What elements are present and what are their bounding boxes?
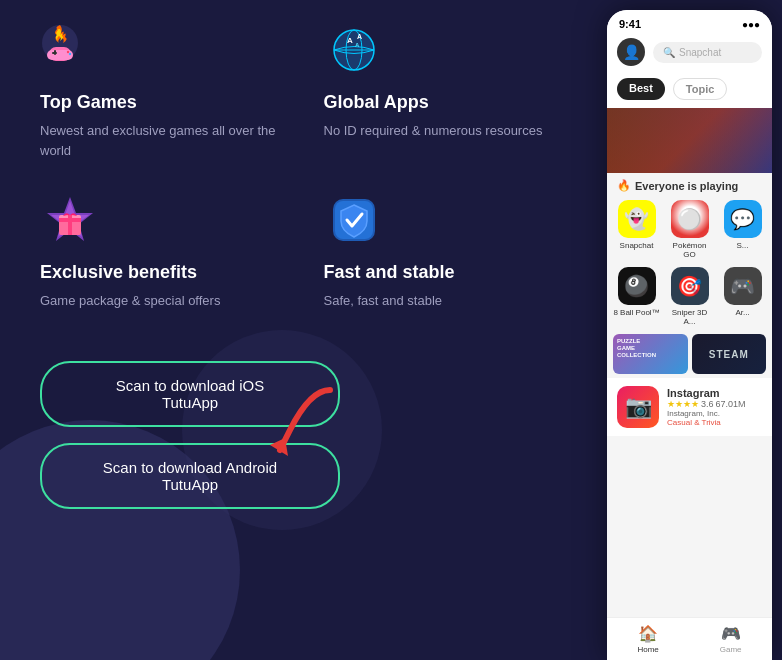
- svg-rect-18: [59, 218, 81, 222]
- rating-count: 67.01M: [716, 399, 746, 409]
- phone-section-title: 🔥 Everyone is playing: [607, 173, 772, 196]
- list-item[interactable]: 🎱 8 Ball Pool™: [613, 267, 660, 326]
- home-icon: 🏠: [638, 624, 658, 643]
- top-games-icon: [40, 20, 100, 80]
- app-name-3: S...: [736, 241, 748, 250]
- fast-stable-title: Fast and stable: [324, 262, 568, 283]
- steam-banner: STEAM: [692, 334, 767, 374]
- nav-game-label: Game: [720, 645, 742, 654]
- puzzle-banner: PUZZLEGAMECOLLECTION: [613, 334, 688, 374]
- ar-icon: 🎮: [724, 267, 762, 305]
- feature-fast-stable: Fast and stable Safe, fast and stable: [324, 190, 568, 311]
- global-apps-icon: A A A: [324, 20, 384, 80]
- list-item[interactable]: 💬 S...: [719, 200, 766, 259]
- list-item[interactable]: ⚪ Pokémon GO: [666, 200, 713, 259]
- phone-featured-app[interactable]: 📷 Instagram ★★★★ 3.6 67.01M Instagram, I…: [607, 378, 772, 436]
- app-name-pokemon: Pokémon GO: [666, 241, 713, 259]
- app-name-snapchat: Snapchat: [620, 241, 654, 250]
- download-arrow: [250, 380, 350, 464]
- phone-search-bar: 👤 🔍 Snapchat: [607, 34, 772, 74]
- nav-game[interactable]: 🎮 Game: [720, 624, 742, 654]
- search-icon: 🔍: [663, 47, 675, 58]
- phone-app-grid-row2: 🎱 8 Ball Pool™ 🎯 Sniper 3D A... 🎮 Ar...: [607, 263, 772, 330]
- instagram-icon: 📷: [617, 386, 659, 428]
- fast-stable-icon: [324, 190, 384, 250]
- instagram-name: Instagram: [667, 387, 762, 399]
- global-apps-title: Global Apps: [324, 92, 568, 113]
- tab-topic[interactable]: Topic: [673, 78, 728, 100]
- svg-text:A: A: [357, 33, 362, 40]
- nav-home[interactable]: 🏠 Home: [637, 624, 658, 654]
- app-info-instagram: Instagram ★★★★ 3.6 67.01M Instagram, Inc…: [667, 387, 762, 427]
- nav-home-label: Home: [637, 645, 658, 654]
- list-item[interactable]: 🎮 Ar...: [719, 267, 766, 326]
- top-games-desc: Newest and exclusive games all over the …: [40, 121, 284, 160]
- tab-best[interactable]: Best: [617, 78, 665, 100]
- phone-signal: ●●●: [742, 19, 760, 30]
- svg-marker-21: [270, 438, 288, 456]
- instagram-rating: ★★★★ 3.6 67.01M: [667, 399, 762, 409]
- game-icon: 🎮: [721, 624, 741, 643]
- phone-avatar: 👤: [617, 38, 645, 66]
- phone-tabs: Best Topic: [607, 74, 772, 108]
- rating-value: 3.6: [701, 399, 714, 409]
- snapchat-icon: 👻: [618, 200, 656, 238]
- feature-exclusive-benefits: Exclusive benefits Game package & specia…: [40, 190, 284, 311]
- section-label: Everyone is playing: [635, 180, 738, 192]
- svg-rect-2: [47, 50, 73, 60]
- phone-bottom-nav: 🏠 Home 🎮 Game: [607, 617, 772, 660]
- svg-text:A: A: [355, 42, 360, 48]
- fire-icon: 🔥: [617, 179, 631, 192]
- phone-mockup: 9:41 ●●● 👤 🔍 Snapchat Best Topic 🔥 Every…: [607, 10, 772, 660]
- svg-text:A: A: [347, 36, 353, 45]
- top-games-title: Top Games: [40, 92, 284, 113]
- svg-rect-4: [54, 50, 56, 55]
- features-grid: Top Games Newest and exclusive games all…: [40, 20, 567, 311]
- pokemon-icon: ⚪: [671, 200, 709, 238]
- instagram-developer: Instagram, Inc.: [667, 409, 762, 418]
- phone-time: 9:41: [619, 18, 641, 30]
- feature-global-apps: A A A Global Apps No ID required & numer…: [324, 20, 568, 160]
- 8ball-icon: 🎱: [618, 267, 656, 305]
- svg-point-5: [67, 51, 69, 53]
- phone-large-banners: PUZZLEGAMECOLLECTION STEAM: [607, 330, 772, 378]
- app3-icon: 💬: [724, 200, 762, 238]
- left-panel: Top Games Newest and exclusive games all…: [0, 0, 607, 660]
- phone-search-input[interactable]: 🔍 Snapchat: [653, 42, 762, 63]
- phone-status-bar: 9:41 ●●●: [607, 10, 772, 34]
- steam-label: STEAM: [709, 349, 749, 360]
- list-item[interactable]: 👻 Snapchat: [613, 200, 660, 259]
- instagram-category: Casual & Trivia: [667, 418, 762, 427]
- exclusive-benefits-icon: [40, 190, 100, 250]
- feature-top-games: Top Games Newest and exclusive games all…: [40, 20, 284, 160]
- stars-icon: ★★★★: [667, 399, 699, 409]
- app-name-8ball: 8 Ball Pool™: [613, 308, 659, 317]
- exclusive-benefits-desc: Game package & special offers: [40, 291, 284, 311]
- sniper-icon: 🎯: [671, 267, 709, 305]
- fast-stable-desc: Safe, fast and stable: [324, 291, 568, 311]
- app-name-sniper: Sniper 3D A...: [666, 308, 713, 326]
- list-item[interactable]: 🎯 Sniper 3D A...: [666, 267, 713, 326]
- phone-banner: [607, 108, 772, 173]
- search-placeholder: Snapchat: [679, 47, 721, 58]
- phone-app-grid-row1: 👻 Snapchat ⚪ Pokémon GO 💬 S...: [607, 196, 772, 263]
- exclusive-benefits-title: Exclusive benefits: [40, 262, 284, 283]
- app-name-ar: Ar...: [735, 308, 749, 317]
- global-apps-desc: No ID required & numerous resources: [324, 121, 568, 141]
- svg-point-6: [69, 53, 71, 55]
